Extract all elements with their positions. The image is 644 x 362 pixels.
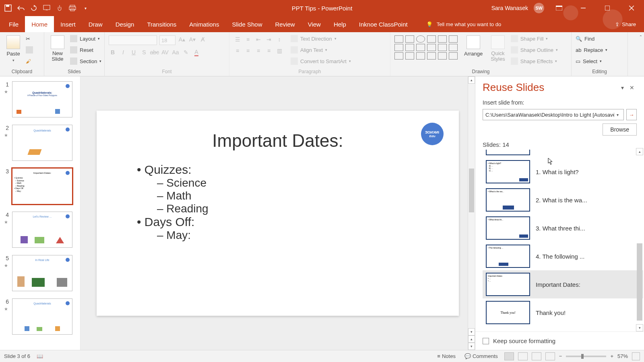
bullets-icon[interactable]: ☰	[233, 35, 242, 43]
reuse-slide-item[interactable]: • What is the wa... 2. What is the wa...	[483, 186, 643, 214]
reuse-slide-item[interactable]: • What three thi... 3. What three thi...	[483, 214, 643, 242]
font-family-input[interactable]	[109, 35, 157, 45]
grow-font-icon[interactable]: A▴	[178, 35, 186, 43]
indent-dec-icon[interactable]: ⇤	[254, 35, 262, 43]
tab-view[interactable]: View	[301, 16, 327, 32]
copy-button[interactable]	[26, 45, 33, 55]
font-color-icon[interactable]: A	[192, 48, 200, 56]
ribbon-display-icon[interactable]	[550, 0, 568, 16]
cut-button[interactable]: ✂	[26, 34, 33, 43]
tab-classpoint[interactable]: Inknoe ClassPoint	[353, 16, 414, 32]
shape-fill-button[interactable]: Shape Fill▾	[511, 34, 558, 43]
pane-close-icon[interactable]: ✕	[627, 83, 637, 93]
pane-dropdown-icon[interactable]: ▾	[617, 83, 627, 93]
zoom-level[interactable]: 57%	[617, 353, 628, 359]
slide-thumbnail-4[interactable]: Let's Review ...	[12, 212, 72, 248]
close-icon[interactable]	[622, 0, 641, 16]
current-slide[interactable]: INKNOE Edu Important Dates: • Quizzes: –…	[97, 111, 459, 316]
browse-button[interactable]: Browse	[603, 123, 637, 136]
align-text-button[interactable]: Align Text▾	[291, 45, 351, 55]
new-slide-button[interactable]: New Slide	[48, 34, 67, 64]
reading-view-icon[interactable]	[532, 352, 541, 360]
undo-icon[interactable]	[17, 4, 25, 12]
canvas-scrollbar[interactable]: ▴ ▾ ▴ ▾	[468, 76, 475, 350]
bullet-math[interactable]: – Math	[157, 189, 423, 202]
smartart-button[interactable]: Convert to SmartArt▾	[291, 56, 351, 66]
underline-icon[interactable]: U	[130, 48, 138, 56]
scroll-up-icon[interactable]: ▴	[468, 76, 475, 84]
shape-arr3-icon[interactable]	[427, 44, 436, 51]
slide-thumbnail-5[interactable]: In Real Life	[12, 255, 72, 291]
path-dropdown-icon[interactable]: ▾	[614, 113, 621, 117]
italic-icon[interactable]: I	[119, 48, 127, 56]
touch-mode-icon[interactable]	[56, 4, 64, 12]
shape-star-icon[interactable]	[438, 35, 447, 43]
align-right-icon[interactable]: ≡	[254, 47, 262, 55]
case-icon[interactable]: Aa	[171, 48, 180, 56]
shape-more-icon[interactable]	[449, 35, 458, 43]
shape-outline-button[interactable]: Shape Outline▾	[511, 45, 558, 55]
shape-arr2-icon[interactable]	[416, 44, 425, 51]
scroll-down-icon[interactable]: ▾	[636, 324, 643, 331]
find-button[interactable]: 🔍Find	[576, 34, 607, 43]
layout-button[interactable]: Layout▾	[70, 34, 101, 43]
tab-help[interactable]: Help	[327, 16, 353, 32]
numbering-icon[interactable]: ≡	[244, 35, 252, 43]
justify-icon[interactable]: ≡	[265, 47, 273, 55]
zoom-slider[interactable]	[566, 356, 606, 357]
shape-star3-icon[interactable]	[427, 52, 436, 60]
scroll-down-icon[interactable]: ▾	[468, 328, 475, 335]
strike-icon[interactable]: abc	[151, 48, 159, 56]
redo-icon[interactable]	[30, 4, 38, 12]
slide-thumbnail-1[interactable]: Quadrilaterals:A Parade of Four-Sided Po…	[12, 81, 72, 117]
indent-inc-icon[interactable]: ⇥	[265, 35, 273, 43]
tab-transitions[interactable]: Transitions	[140, 16, 183, 32]
text-direction-button[interactable]: Text Direction▾	[291, 34, 351, 43]
zoom-in-icon[interactable]: +	[610, 353, 613, 359]
shape-oval-icon[interactable]	[416, 35, 425, 43]
shape-star4-icon[interactable]	[438, 52, 447, 60]
tab-home[interactable]: Home	[25, 16, 54, 32]
shape-brace-icon[interactable]	[394, 52, 403, 60]
scroll-thumb[interactable]	[469, 169, 474, 212]
font-size-input[interactable]: 18	[159, 35, 175, 45]
slideshow-view-icon[interactable]	[545, 352, 555, 360]
replace-button[interactable]: abReplace▾	[576, 45, 607, 55]
format-painter-button[interactable]: 🖌	[26, 56, 33, 66]
prev-slide-icon[interactable]: ▴	[468, 335, 475, 343]
reuse-slide-item[interactable]: Thank you! Thank you!	[483, 298, 643, 327]
share-button[interactable]: ⇪ Share	[607, 16, 644, 32]
comments-button[interactable]: 💬Comments	[462, 353, 500, 359]
shape-expand-icon[interactable]	[449, 44, 458, 51]
normal-view-icon[interactable]	[504, 352, 514, 360]
shape-curve-icon[interactable]	[416, 52, 425, 60]
shape-effects-button[interactable]: Shape Effects▾	[511, 56, 558, 66]
section-button[interactable]: Section▾	[70, 56, 101, 66]
print-icon[interactable]	[68, 4, 76, 12]
shadow-icon[interactable]: S	[140, 48, 148, 56]
scroll-thumb[interactable]	[637, 243, 642, 321]
shape-rect-icon[interactable]	[405, 35, 414, 43]
collapse-ribbon-icon[interactable]: ˆ	[640, 35, 642, 41]
fit-to-window-icon[interactable]	[632, 352, 640, 360]
slide-title-text[interactable]: Important Dates:	[133, 131, 423, 151]
shape-arrow-icon[interactable]	[427, 35, 436, 43]
inknoe-badge[interactable]: INKNOE Edu	[421, 123, 444, 145]
reuse-slide-item[interactable]	[483, 150, 643, 158]
shape-tri-icon[interactable]	[394, 44, 403, 51]
highlight-icon[interactable]: ✎	[182, 48, 190, 56]
presentation-icon[interactable]	[43, 4, 51, 12]
bullet-quizzes[interactable]: • Quizzes:	[137, 163, 423, 177]
slide-counter[interactable]: Slide 3 of 6	[4, 353, 30, 359]
spellcheck-icon[interactable]: 📖	[37, 353, 43, 359]
tab-insert[interactable]: Insert	[54, 16, 82, 32]
reuse-slide-item[interactable]: Important Dates:• ...• ... Important Dat…	[483, 270, 643, 298]
user-avatar[interactable]: SW	[534, 3, 544, 13]
slide-thumbnail-2[interactable]: Quadrilaterals	[12, 125, 72, 161]
shape-dia-icon[interactable]	[405, 44, 414, 51]
next-slide-icon[interactable]: ▾	[468, 343, 475, 350]
save-icon[interactable]	[4, 4, 12, 12]
paste-button[interactable]: Paste ▾	[4, 34, 23, 64]
maximize-icon[interactable]	[598, 0, 617, 16]
slide-thumbnail-3[interactable]: Important Dates:• Quizzes: – Science – M…	[12, 168, 72, 204]
